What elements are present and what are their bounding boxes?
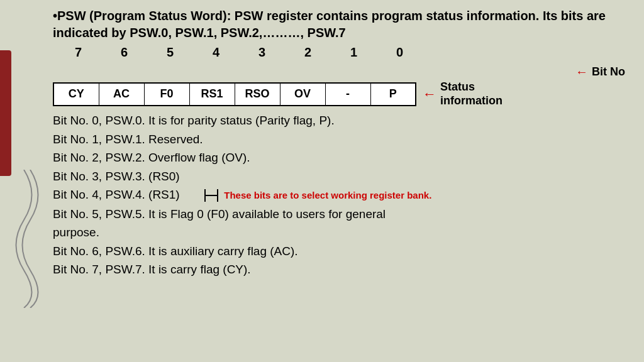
desc-line-2: Bit No. 2, PSW.2. Overflow flag (OV). [53, 148, 631, 167]
bit-7: 7 [55, 45, 101, 60]
bit-4: 4 [193, 45, 239, 60]
desc-line-0: Bit No. 0, PSW.0. It is for parity statu… [53, 111, 631, 129]
status-arrow-wrap: ← Status information [423, 80, 502, 107]
bit-no-arrow: ← Bit No [575, 65, 625, 79]
desc-line-5: Bit No. 5, PSW.5. It is Flag 0 (F0) avai… [53, 205, 631, 223]
bit-no-label: Bit No [592, 65, 625, 79]
decorative-curves [5, 170, 43, 308]
desc-line-6: purpose. [53, 223, 631, 241]
desc-line-7: Bit No. 6, PSW.6. It is auxiliary carry … [53, 242, 631, 260]
reg-cell-cy: CY [53, 83, 99, 106]
status-arrow-icon: ← [423, 86, 436, 102]
bit-5: 5 [147, 45, 193, 60]
reg-cell-ov: OV [280, 83, 325, 106]
reg-cell-p: P [370, 83, 416, 106]
desc-line-1: Bit No. 1, PSW.1. Reserved. [53, 130, 631, 148]
bit-0: 0 [377, 45, 423, 60]
reg-cell-dash: - [325, 83, 370, 106]
bit-no-arrow-icon: ← [575, 65, 588, 79]
bit-1: 1 [331, 45, 377, 60]
reg-cell-f0: F0 [144, 83, 189, 106]
decorative-bar [0, 50, 11, 176]
bit-no-row: ← Bit No [53, 65, 631, 79]
bit-3: 3 [239, 45, 285, 60]
reg-cell-rso: RSO [235, 83, 280, 106]
bit-numbers-row: 7 6 5 4 3 2 1 0 [53, 45, 631, 60]
bit-2: 2 [285, 45, 331, 60]
status-label: Status information [440, 80, 502, 107]
desc-line-3: Bit No. 3, PSW.3. (RS0) [53, 167, 631, 185]
bit-6: 6 [101, 45, 147, 60]
reg-cell-rs1: RS1 [189, 83, 235, 106]
desc-line-4: Bit No. 4, PSW.4. (RS1) These bits are t… [53, 185, 631, 205]
descriptions-block: Bit No. 0, PSW.0. It is for parity statu… [53, 111, 631, 278]
register-row: CY AC F0 RS1 RSO OV - P ← Status informa… [53, 80, 631, 107]
reg-cell-ac: AC [99, 83, 144, 106]
register-table: CY AC F0 RS1 RSO OV - P [53, 82, 416, 106]
bracket-svg [202, 186, 221, 205]
working-reg-note: These bits are to select working registe… [224, 190, 431, 200]
main-content: •PSW (Program Status Word): PSW register… [45, 0, 644, 362]
desc-line-8: Bit No. 7, PSW.7. It is carry flag (CY). [53, 260, 631, 278]
intro-paragraph: •PSW (Program Status Word): PSW register… [53, 8, 631, 41]
